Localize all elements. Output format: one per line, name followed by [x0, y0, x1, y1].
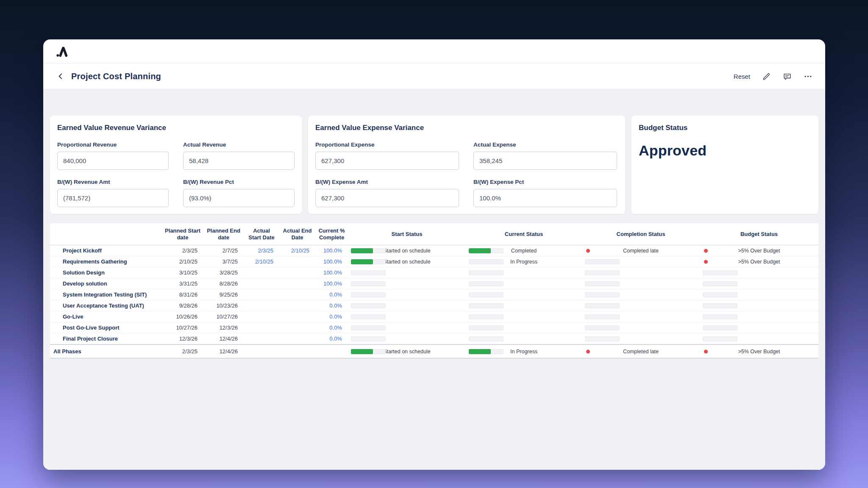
current-status-cell[interactable] — [466, 300, 582, 311]
planned-end-cell[interactable]: 3/7/25 — [203, 256, 244, 267]
phase-name-cell[interactable]: Go-Live — [50, 311, 162, 322]
reset-button[interactable]: Reset — [734, 73, 750, 80]
planned-end-cell[interactable]: 12/4/26 — [203, 333, 244, 344]
budget-status-cell[interactable] — [700, 289, 818, 300]
percent-complete-cell[interactable]: 0.0% — [315, 322, 348, 333]
start-status-cell[interactable] — [348, 300, 466, 311]
completion-status-cell[interactable] — [582, 300, 700, 311]
current-status-cell[interactable] — [466, 267, 582, 278]
phase-name-cell[interactable]: Project Kickoff — [50, 245, 162, 256]
column-header-planned-start[interactable]: Planned Start date — [162, 223, 203, 245]
planned-start-cell[interactable]: 10/27/26 — [162, 322, 203, 333]
column-header-current-status[interactable]: Current Status — [466, 223, 582, 245]
column-header-actual-start[interactable]: Actual Start Date — [244, 223, 279, 245]
actual-start-cell[interactable] — [244, 300, 279, 311]
budget-status-cell[interactable] — [700, 333, 818, 344]
planned-start-cell[interactable]: 3/10/25 — [162, 267, 203, 278]
planned-end-cell[interactable]: 10/23/26 — [203, 300, 244, 311]
planned-end-cell[interactable]: 10/27/26 — [203, 311, 244, 322]
current-status-cell[interactable] — [466, 311, 582, 322]
completion-status-cell[interactable] — [582, 256, 700, 267]
planned-start-cell[interactable]: 2/3/25 — [162, 245, 203, 256]
phase-name-cell[interactable]: Develop solution — [50, 278, 162, 289]
actual-end-cell[interactable] — [279, 311, 315, 322]
completion-status-cell[interactable]: Completed late — [582, 245, 700, 256]
budget-status-cell[interactable]: >5% Over Budget — [700, 245, 818, 256]
actual-end-cell[interactable] — [279, 345, 315, 358]
start-status-cell[interactable] — [348, 311, 466, 322]
percent-complete-cell[interactable]: 0.0% — [315, 289, 348, 300]
current-status-cell[interactable]: In Progress — [466, 345, 582, 358]
planned-end-cell[interactable]: 12/4/26 — [203, 345, 244, 358]
actual-start-cell[interactable] — [244, 278, 279, 289]
bw-expense-amt-input[interactable] — [315, 189, 459, 207]
actual-end-cell[interactable] — [279, 322, 315, 333]
actual-end-cell[interactable] — [279, 289, 315, 300]
planned-start-cell[interactable]: 8/31/26 — [162, 289, 203, 300]
start-status-cell[interactable]: Started on schedule — [348, 345, 466, 358]
planned-start-cell[interactable]: 12/3/26 — [162, 333, 203, 344]
current-status-cell[interactable] — [466, 289, 582, 300]
edit-button[interactable] — [762, 72, 771, 81]
percent-complete-cell[interactable]: 100.0% — [315, 256, 348, 267]
actual-start-cell[interactable] — [244, 311, 279, 322]
proportional-expense-input[interactable] — [315, 152, 459, 170]
more-options-button[interactable] — [804, 72, 812, 81]
completion-status-cell[interactable] — [582, 289, 700, 300]
budget-status-cell[interactable] — [700, 267, 818, 278]
actual-start-cell[interactable] — [244, 322, 279, 333]
phase-name-cell[interactable]: Requirements Gathering — [50, 256, 162, 267]
start-status-cell[interactable] — [348, 289, 466, 300]
phase-name-cell[interactable]: System Integration Testing (SIT) — [50, 289, 162, 300]
actual-end-cell[interactable] — [279, 300, 315, 311]
actual-end-cell[interactable] — [279, 278, 315, 289]
percent-complete-cell[interactable]: 0.0% — [315, 311, 348, 322]
bw-expense-pct-input[interactable] — [473, 189, 617, 207]
budget-status-cell[interactable]: >5% Over Budget — [700, 256, 818, 267]
back-button[interactable] — [56, 72, 65, 81]
column-header-actual-end[interactable]: Actual End Date — [279, 223, 315, 245]
actual-start-cell[interactable] — [244, 345, 279, 358]
bw-revenue-pct-input[interactable] — [183, 189, 295, 207]
start-status-cell[interactable] — [348, 278, 466, 289]
proportional-revenue-input[interactable] — [57, 152, 169, 170]
completion-status-cell[interactable] — [582, 311, 700, 322]
current-status-cell[interactable] — [466, 333, 582, 344]
phase-name-cell[interactable]: Final Project Closure — [50, 333, 162, 344]
phase-name-cell[interactable]: Solution Design — [50, 267, 162, 278]
percent-complete-cell[interactable]: 100.0% — [315, 278, 348, 289]
budget-status-cell[interactable] — [700, 300, 818, 311]
actual-start-cell[interactable]: 2/3/25 — [244, 245, 279, 256]
current-status-cell[interactable] — [466, 322, 582, 333]
actual-start-cell[interactable] — [244, 289, 279, 300]
actual-revenue-input[interactable] — [183, 152, 295, 170]
column-header-start-status[interactable]: Start Status — [348, 223, 466, 245]
current-status-cell[interactable]: In Progress — [466, 256, 582, 267]
column-header-completion-status[interactable]: Completion Status — [582, 223, 700, 245]
planned-start-cell[interactable]: 10/26/26 — [162, 311, 203, 322]
start-status-cell[interactable] — [348, 333, 466, 344]
planned-end-cell[interactable]: 8/28/26 — [203, 278, 244, 289]
completion-status-cell[interactable] — [582, 278, 700, 289]
actual-start-cell[interactable] — [244, 267, 279, 278]
column-header-pct-complete[interactable]: Current % Complete — [315, 223, 348, 245]
start-status-cell[interactable]: Started on schedule — [348, 245, 466, 256]
phase-name-cell[interactable]: User Acceptance Testing (UAT) — [50, 300, 162, 311]
phase-name-cell[interactable]: All Phases — [50, 345, 162, 358]
current-status-cell[interactable] — [466, 278, 582, 289]
current-status-cell[interactable]: Completed — [466, 245, 582, 256]
start-status-cell[interactable] — [348, 267, 466, 278]
percent-complete-cell[interactable]: 100.0% — [315, 245, 348, 256]
completion-status-cell[interactable] — [582, 267, 700, 278]
budget-status-cell[interactable]: >5% Over Budget — [700, 345, 818, 358]
actual-expense-input[interactable] — [473, 152, 617, 170]
start-status-cell[interactable] — [348, 322, 466, 333]
actual-end-cell[interactable] — [279, 267, 315, 278]
budget-status-cell[interactable] — [700, 278, 818, 289]
planned-start-cell[interactable]: 2/3/25 — [162, 345, 203, 358]
bw-revenue-amt-input[interactable] — [57, 189, 169, 207]
completion-status-cell[interactable] — [582, 322, 700, 333]
phase-name-cell[interactable]: Post Go-Live Support — [50, 322, 162, 333]
actual-end-cell[interactable] — [279, 333, 315, 344]
budget-status-cell[interactable] — [700, 322, 818, 333]
